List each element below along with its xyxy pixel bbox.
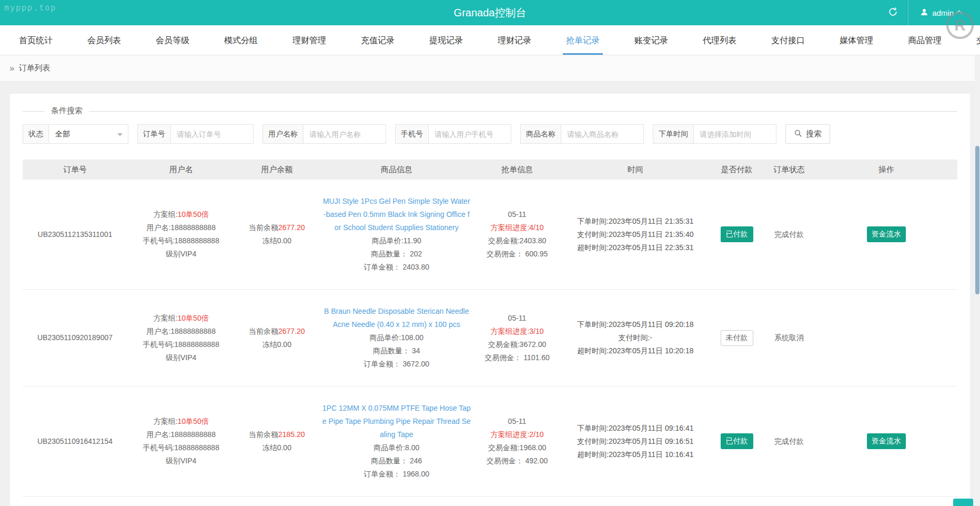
grab-progress: 方案组进度:3/10 (477, 325, 557, 338)
order-status-cell: 完成付款 (763, 228, 815, 241)
fund-flow-button[interactable]: 资金流水 (867, 433, 906, 449)
product-line: 商品单价:108.00 (322, 331, 471, 344)
nav-item-12[interactable]: 支付接口 (766, 25, 810, 55)
nav-item-1[interactable]: 首页统计 (14, 25, 58, 55)
nav-item-11[interactable]: 代理列表 (698, 25, 742, 55)
plan-label: 方案组: (154, 314, 178, 322)
product-cell: MUJI Style 1Pcs Gel Pen Simple Style Wat… (319, 195, 474, 274)
nav-item-14[interactable]: 商品管理 (903, 25, 947, 55)
order-no: UB2305110920189007 (26, 331, 124, 344)
time-line: 超时时间:2023年05月11日 10:20:18 (563, 344, 708, 358)
top-header-bar: myppp.top Granada控制台 admin (0, 0, 980, 25)
order-table-body: UB2305112135311001方案组:10单50倍用户名:18888888… (23, 180, 957, 506)
phone-input[interactable] (428, 124, 511, 144)
phone-label: 手机号 (395, 124, 429, 144)
status-label: 状态 (23, 124, 49, 144)
product-name-input[interactable] (561, 124, 644, 144)
refresh-button[interactable] (877, 0, 908, 25)
dropdown-caret-icon (117, 133, 123, 136)
user-name-input[interactable] (303, 124, 386, 144)
product-line: 商品单价:11.90 (322, 234, 471, 247)
refresh-icon (888, 7, 898, 19)
column-header: 抢单信息 (474, 165, 560, 175)
search-icon (794, 129, 802, 139)
product-line: 商品数量： 246 (322, 454, 471, 468)
breadcrumb: » 订单列表 (0, 55, 980, 82)
order-no-cell: UB2305110916412154 (23, 435, 127, 448)
product-line: 商品数量： 34 (322, 344, 471, 358)
paid-cell: 未付款 (711, 330, 763, 346)
product-name-link[interactable]: MUJI Style 1Pcs Gel Pen Simple Style Wat… (322, 195, 471, 234)
balance-label: 当前余额 (249, 327, 278, 335)
status-select[interactable]: 全部 (48, 124, 128, 144)
fund-flow-button[interactable]: 资金流水 (867, 226, 906, 242)
column-header: 商品信息 (319, 165, 474, 175)
order-no-cell: UB2305110920189007 (23, 331, 127, 344)
user-line: 手机号码:18888888888 (130, 441, 231, 454)
product-name-link[interactable]: 1PC 12MM X 0.075MM PTFE Tape Hose Tape P… (322, 402, 471, 441)
content-card: 条件搜索 状态 全部 订单号用户名称手机号商品名称下单时间 搜索 (10, 94, 970, 506)
order-time-input[interactable] (693, 124, 776, 144)
nav-item-13[interactable]: 媒体管理 (834, 25, 878, 55)
paid-status-badge: 未付款 (721, 330, 753, 346)
order-time-filter-group: 下单时间 (653, 124, 776, 144)
user-icon (920, 8, 928, 18)
user-name-filter-group: 用户名称 (262, 124, 386, 144)
filter-fields: 订单号用户名称手机号商品名称下单时间 (137, 124, 776, 144)
search-button[interactable]: 搜索 (785, 124, 830, 144)
nav-item-2[interactable]: 会员列表 (82, 25, 126, 55)
column-header: 用户名 (127, 165, 235, 175)
nav-item-3[interactable]: 会员等级 (150, 25, 195, 55)
product-cell: 1PC 12MM X 0.075MM PTFE Tape Hose Tape P… (319, 402, 474, 481)
plan-label: 方案组: (154, 210, 178, 219)
fieldset-border (23, 111, 957, 112)
time-line: 超时时间:2023年05月11日 22:35:31 (563, 241, 708, 254)
nav-item-6[interactable]: 充值记录 (356, 25, 400, 55)
product-line: 商品数量： 202 (322, 247, 471, 261)
user-line: 手机号码:18888888888 (130, 338, 231, 351)
nav-item-4[interactable]: 模式分组 (219, 25, 263, 55)
registered-mark-watermark: R (946, 12, 974, 39)
user-plan-line: 方案组:10单50倍 (130, 415, 231, 428)
balance-line: 当前余额2677.20 (238, 221, 316, 234)
back-to-top-button[interactable] (953, 499, 973, 506)
grab-progress: 方案组进度:4/10 (477, 221, 557, 234)
balance-label: 当前余额 (249, 430, 278, 439)
time-line: 下单时间:2023年05月11日 21:35:31 (563, 215, 708, 228)
paid-status-badge: 已付款 (721, 226, 753, 242)
time-line: 超时时间:2023年05月11日 10:16:41 (563, 448, 708, 461)
scrollbar-track (975, 55, 980, 506)
site-watermark: myppp.top (4, 3, 56, 13)
nav-item-10[interactable]: 账变记录 (629, 25, 673, 55)
order-status: 完成付款 (766, 228, 812, 241)
grab-cell: 05-11方案组进度:4/10交易金额:2403.80交易佣金： 600.95 (474, 208, 560, 261)
product-name-link[interactable]: B Braun Needle Disposable Sterican Needl… (322, 305, 471, 331)
order-no-input[interactable] (170, 124, 254, 144)
grab-line: 交易佣金： 1101.60 (477, 351, 557, 364)
order-no-cell: UB2305112135311001 (23, 228, 127, 241)
paid-cell: 已付款 (711, 433, 763, 449)
scrollbar-thumb[interactable] (975, 146, 979, 294)
search-button-label: 搜索 (806, 129, 822, 139)
column-header: 时间 (560, 165, 711, 175)
order-table: 订单号用户名用户余额商品信息抢单信息时间是否付款订单状态操作 UB2305112… (23, 160, 957, 506)
product-cell: B Braun Needle Disposable Sterican Needl… (319, 305, 474, 371)
balance-line: 当前余额2185.20 (238, 428, 316, 441)
table-header-row: 订单号用户名用户余额商品信息抢单信息时间是否付款订单状态操作 (23, 160, 957, 180)
time-line: 支付时间:2023年05月11日 21:35:40 (563, 228, 708, 241)
grab-line: 交易金额:1968.00 (477, 441, 557, 454)
nav-item-8[interactable]: 理财记录 (492, 25, 537, 55)
page-title: Granada控制台 (454, 6, 527, 20)
grab-progress: 方案组进度:2/10 (477, 428, 557, 441)
user-line: 级别VIP4 (130, 454, 231, 468)
nav-item-9[interactable]: 抢单记录 (561, 25, 605, 55)
breadcrumb-arrows-icon: » (9, 63, 14, 74)
nav-item-5[interactable]: 理财管理 (287, 25, 331, 55)
balance-cell: 当前余额2185.20冻结0.00 (235, 428, 319, 454)
column-header: 是否付款 (711, 165, 763, 175)
grab-date: 05-11 (477, 208, 557, 221)
frozen-line: 冻结0.00 (238, 234, 316, 247)
nav-item-7[interactable]: 提现记录 (424, 25, 468, 55)
product-line: 订单金额： 3672.00 (322, 358, 471, 371)
grab-cell: 05-11方案组进度:3/10交易金额:3672.00交易佣金： 1101.60 (474, 312, 560, 364)
